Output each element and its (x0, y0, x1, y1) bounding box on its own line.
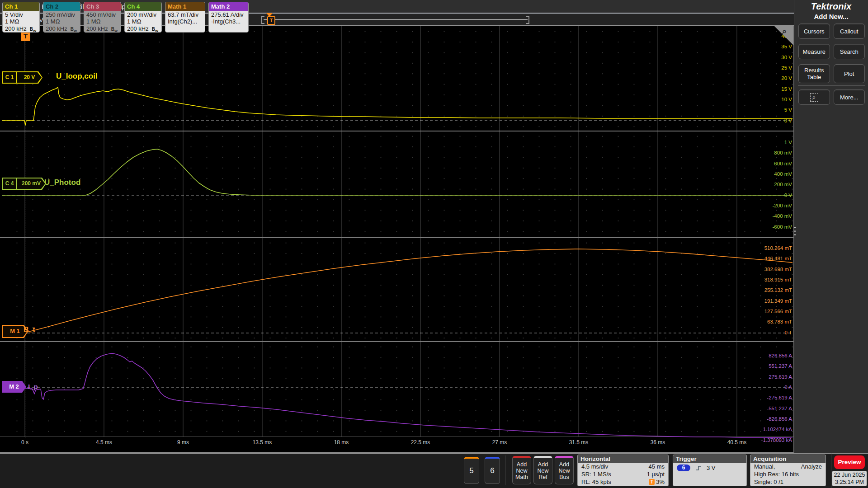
plot-button[interactable]: Plot (834, 64, 865, 83)
datetime-display: 22 Jun 2025 3:25:14 PM (832, 471, 867, 486)
badge-line: 5 V/div (5, 11, 39, 18)
channel-badge-ch-1[interactable]: Ch 15 V/div1 MΩ200 kHzBW (2, 2, 40, 33)
axis-tick: 1 V (738, 137, 792, 148)
axis-tick: 30 V (738, 52, 792, 63)
axis-tick: 255.132 mT (738, 285, 792, 296)
badge-line: 450 mV/div (86, 11, 121, 18)
c1-position-value: 20 V (17, 72, 42, 83)
c4-label: C 4 (3, 178, 17, 189)
badge-line: Intg(Ch2)... (168, 18, 205, 25)
cursors-button[interactable]: Cursors (798, 23, 830, 39)
trace-label-u-loop-coil[interactable]: U_loop,coil (56, 72, 98, 81)
badge-header: Math 1 (165, 2, 205, 11)
acquisition-mode: Manual, (754, 463, 775, 471)
trigger-level: 3 V (707, 465, 716, 471)
trace-b-t (25, 249, 793, 333)
badge-body: 5 V/div1 MΩ200 kHzBW (3, 11, 39, 33)
trace-label-i-p[interactable]: I_p (28, 383, 38, 390)
axis-tick: -275.619 A (738, 393, 792, 403)
position-bar-right-bracket (526, 16, 529, 24)
bandwidth-icon: BW (152, 27, 158, 32)
axis-tick: 400 mV (738, 169, 792, 179)
axis-tick: 0 T (738, 328, 792, 338)
axis-tick: 0 V (738, 190, 792, 201)
panel-drag-handle[interactable] (794, 227, 796, 238)
waveform-canvas[interactable] (2, 26, 794, 453)
axis-tick: 0 V (738, 116, 792, 126)
time-tick: 4.5 ms (96, 439, 112, 446)
channel-6-button[interactable]: 6 (485, 457, 500, 484)
axis-tick: -826.856 A (738, 414, 792, 424)
channel-ref-badge-c1[interactable]: C 1 20 V (2, 71, 42, 84)
axis-tick: 127.566 mT (738, 306, 792, 317)
badge-header: Ch 4 (125, 2, 161, 11)
badge-body: 275.61 A/div-Intg(Ch3... (209, 11, 248, 33)
add-new-ref-button[interactable]: Add New Ref (533, 456, 552, 484)
magnifier-icon[interactable]: ⌕ (782, 27, 787, 36)
add-new-math-button[interactable]: Add New Math (512, 456, 531, 484)
more-button[interactable]: More... (834, 89, 865, 105)
axis-tick: 0 A (738, 382, 792, 393)
axis-tick: 10 V (738, 94, 792, 105)
axis-tick: 25 V (738, 63, 792, 73)
badge-line: 250 mV/div (46, 11, 80, 18)
badge-line: 1 MΩ (5, 18, 39, 25)
tektronix-logo: Tektronix (794, 1, 868, 12)
trigger-title: Trigger (673, 455, 746, 463)
acquisition-title: Acquisition (750, 455, 826, 463)
trigger-badge[interactable]: Trigger 6 3 V (673, 455, 747, 486)
axis-tick: -600 mV (738, 222, 792, 232)
axis-tick: -551.237 A (738, 404, 792, 414)
axis-tick: 191.349 mT (738, 296, 792, 306)
badge-line: 1 MΩ (86, 18, 121, 25)
callout-button[interactable]: Callout (834, 23, 865, 39)
add-new-bus-button[interactable]: Add New Bus (555, 456, 574, 484)
time-tick: 0 s (21, 439, 28, 446)
horizontal-position-bar[interactable] (264, 19, 528, 20)
minimap-trigger-flag-icon[interactable]: T (267, 16, 275, 25)
axis-tick: 15 V (738, 84, 792, 94)
badge-header: Ch 2 (43, 2, 80, 11)
math2-amp-axis: 826.856 A551.237 A275.619 A0 A-275.619 A… (738, 351, 792, 446)
position-bar-left-bracket (261, 16, 264, 24)
c4-position-value: 200 mV (17, 178, 45, 189)
sample-interval: 1 µs/pt (647, 471, 665, 479)
horizontal-badge[interactable]: Horizontal 4.5 ms/div45 ms SR: 1 MS/s1 µ… (577, 455, 669, 486)
time-tick: 31.5 ms (569, 439, 589, 446)
channel-ref-badge-c4[interactable]: C 4 200 mV (2, 178, 46, 190)
results-table-button[interactable]: Results Table (798, 64, 830, 83)
channel-badge-math-1[interactable]: Math 163.7 mT/divIntg(Ch2)... (165, 2, 205, 33)
channel-badge-ch-4[interactable]: Ch 4200 mV/div1 MΩ200 kHzBW (124, 2, 162, 33)
trace-i-p (2, 353, 793, 438)
time-tick: 13.5 ms (253, 439, 272, 446)
badge-line: 63.7 mT/div (168, 11, 205, 18)
results-bar: Tektronix Add New... Cursors Callout Mea… (794, 0, 868, 453)
trace-label-b-t[interactable]: B_t (24, 326, 35, 334)
bandwidth-icon: BW (71, 27, 77, 32)
channel-badge-ch-3[interactable]: Ch 3450 mV/div1 MΩ200 kHzBW (84, 2, 121, 33)
zoom-select-button[interactable]: ⌕ (798, 89, 830, 105)
badge-line: 1 MΩ (46, 18, 80, 25)
channel-ref-badge-m2[interactable]: M 2 (2, 381, 26, 393)
acquisition-badge[interactable]: Acquisition Manual,Analyze High Res: 16 … (750, 455, 826, 486)
trace-label-u-photod[interactable]: U_Photod (44, 178, 80, 187)
measure-button[interactable]: Measure (798, 44, 830, 59)
axis-tick: 200 mV (738, 179, 792, 190)
channel-badge-math-2[interactable]: Math 2275.61 A/div-Intg(Ch3... (208, 2, 249, 33)
acquisition-resolution: High Res: 16 bits (754, 471, 799, 479)
time-tick: 36 ms (651, 439, 665, 446)
channel-badge-ch-2[interactable]: Ch 2250 mV/div1 MΩ200 kHzBW (43, 2, 80, 33)
date-text: 22 Jun 2025 (832, 471, 867, 479)
bottombar-separator (505, 455, 505, 485)
search-button[interactable]: Search (834, 44, 865, 59)
axis-tick: 551.237 A (738, 361, 792, 371)
badge-line: 200 kHzBW (46, 25, 80, 33)
bandwidth-icon: BW (30, 27, 36, 32)
badge-header: Ch 3 (84, 2, 121, 11)
preview-button[interactable]: Preview (834, 455, 865, 469)
badge-header: Math 2 (209, 2, 248, 11)
zoom-select-icon: ⌕ (810, 93, 818, 102)
channel-5-button[interactable]: 5 (464, 457, 479, 484)
axis-tick: 510.264 mT (738, 243, 792, 253)
bandwidth-icon: BW (111, 27, 118, 32)
